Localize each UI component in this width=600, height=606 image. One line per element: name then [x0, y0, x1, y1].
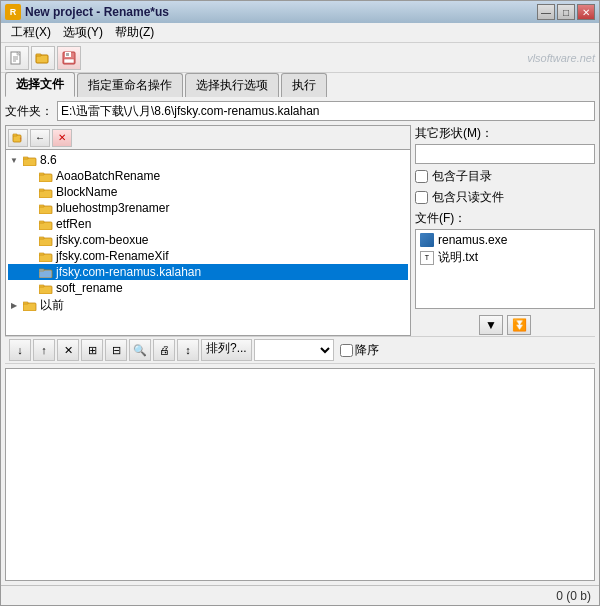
include-readonly-row: 包含只读文件	[415, 189, 595, 206]
toolbar-new-button[interactable]	[5, 46, 29, 70]
tree-node-label: 以前	[40, 297, 64, 314]
svg-rect-25	[39, 237, 44, 239]
title-bar: R New project - Rename*us — □ ✕	[1, 1, 599, 23]
tab-execution-options[interactable]: 选择执行选项	[185, 73, 279, 97]
menu-project[interactable]: 工程(X)	[5, 22, 57, 43]
maximize-button[interactable]: □	[557, 4, 575, 20]
down-arrow-btn[interactable]: ▼	[479, 315, 503, 335]
folder-icon	[38, 266, 54, 278]
tree-node[interactable]: jfsky.com-beoxue	[8, 232, 408, 248]
toolbar-save-button[interactable]	[57, 46, 81, 70]
title-bar-left: R New project - Rename*us	[5, 4, 169, 20]
folder-icon	[38, 234, 54, 246]
tree-delete-btn[interactable]: ✕	[52, 129, 72, 147]
btn-add-top[interactable]: ↑	[33, 339, 55, 361]
tab-rename-operation[interactable]: 指定重命名操作	[77, 73, 183, 97]
descending-checkbox[interactable]	[340, 344, 353, 357]
other-shapes-section: 其它形状(M)：	[415, 125, 595, 164]
menu-help[interactable]: 帮助(Z)	[109, 22, 160, 43]
left-panel: ↑ ← ✕ ▼ 8.6 AoaoBatchRename	[5, 125, 411, 336]
tree-node-label: jfsky.com-renamus.kalahan	[56, 265, 201, 279]
tree-up-btn[interactable]: ↑	[8, 129, 28, 147]
right-arrow-buttons: ▼ ⏬	[415, 313, 595, 336]
toolbar: vlsoftware.net	[1, 43, 599, 73]
tree-node[interactable]: etfRen	[8, 216, 408, 232]
tree-back-btn[interactable]: ←	[30, 129, 50, 147]
window-title: New project - Rename*us	[25, 5, 169, 19]
btn-print[interactable]: 🖨	[153, 339, 175, 361]
right-panel: 其它形状(M)： 包含子目录 包含只读文件 文件(F)： r	[415, 125, 595, 336]
tree-node-label: etfRen	[56, 217, 91, 231]
tree-expand-icon[interactable]	[24, 170, 36, 182]
folder-icon	[38, 186, 54, 198]
tree-expand-icon[interactable]	[24, 202, 36, 214]
file-name-txt: 说明.txt	[438, 249, 478, 266]
btn-search[interactable]: 🔍	[129, 339, 151, 361]
svg-rect-21	[39, 205, 44, 207]
tree-node[interactable]: jfsky.com-RenameXif	[8, 248, 408, 264]
include-readonly-checkbox[interactable]	[415, 191, 428, 204]
tree-expand-icon[interactable]: ▼	[8, 154, 20, 166]
sort-button[interactable]: 排列?...	[201, 339, 252, 361]
btn-remove[interactable]: ✕	[57, 339, 79, 361]
descending-label: 降序	[355, 342, 379, 359]
tree-node[interactable]: ▼ 8.6	[8, 152, 408, 168]
tree-expand-icon[interactable]	[24, 250, 36, 262]
folder-path-input[interactable]	[57, 101, 595, 121]
tree-node-label: jfsky.com-beoxue	[56, 233, 148, 247]
status-bar: 0 (0 b)	[1, 585, 599, 605]
tree-expand-icon[interactable]	[24, 218, 36, 230]
tree-node-label: AoaoBatchRename	[56, 169, 160, 183]
file-item-txt[interactable]: T 说明.txt	[418, 248, 592, 267]
sort-dropdown[interactable]	[254, 339, 334, 361]
svg-rect-31	[39, 285, 44, 287]
folder-icon	[22, 154, 38, 166]
other-shapes-input[interactable]	[415, 144, 595, 164]
tree-node[interactable]: jfsky.com-renamus.kalahan	[8, 264, 408, 280]
tree-node-label: BlockName	[56, 185, 117, 199]
files-list[interactable]: renamus.exe T 说明.txt	[415, 229, 595, 309]
tree-node-label: soft_rename	[56, 281, 123, 295]
tree-node[interactable]: BlockName	[8, 184, 408, 200]
svg-rect-9	[66, 53, 69, 56]
folder-icon	[38, 202, 54, 214]
tab-execute[interactable]: 执行	[281, 73, 327, 97]
tree-node[interactable]: bluehostmp3renamer	[8, 200, 408, 216]
svg-rect-10	[64, 59, 74, 63]
menu-options[interactable]: 选项(Y)	[57, 22, 109, 43]
tree-expand-icon[interactable]	[24, 186, 36, 198]
btn-add-bottom[interactable]: ↓	[9, 339, 31, 361]
svg-rect-23	[39, 221, 44, 223]
double-down-arrow-btn[interactable]: ⏬	[507, 315, 531, 335]
tab-select-files[interactable]: 选择文件	[5, 72, 75, 97]
order-checkbox-row: 降序	[340, 342, 379, 359]
tree-expand-icon[interactable]	[24, 266, 36, 278]
tree-node[interactable]: AoaoBatchRename	[8, 168, 408, 184]
minimize-button[interactable]: —	[537, 4, 555, 20]
tree-node[interactable]: ▶ 以前	[8, 296, 408, 315]
file-tree[interactable]: ▼ 8.6 AoaoBatchRename BlockName bluehost…	[5, 149, 411, 336]
btn-collapse[interactable]: ⊟	[105, 339, 127, 361]
btn-expand[interactable]: ⊞	[81, 339, 103, 361]
btn-sort-arrows[interactable]: ↕	[177, 339, 199, 361]
file-item-exe[interactable]: renamus.exe	[418, 232, 592, 248]
folder-icon	[38, 170, 54, 182]
toolbar-open-button[interactable]	[31, 46, 55, 70]
edit-area[interactable]	[5, 368, 595, 581]
txt-icon: T	[420, 251, 434, 265]
tree-node-label: 8.6	[40, 153, 57, 167]
tree-expand-icon[interactable]	[24, 234, 36, 246]
include-subdirs-row: 包含子目录	[415, 168, 595, 185]
tree-node[interactable]: soft_rename	[8, 280, 408, 296]
include-subdirs-checkbox[interactable]	[415, 170, 428, 183]
close-button[interactable]: ✕	[577, 4, 595, 20]
app-icon: R	[5, 4, 21, 20]
svg-rect-12	[13, 134, 17, 136]
tree-toolbar: ↑ ← ✕	[5, 125, 411, 149]
svg-text:↑: ↑	[19, 136, 22, 142]
bottom-toolbar: ↓ ↑ ✕ ⊞ ⊟ 🔍 🖨 ↕ 排列?... 降序	[5, 336, 595, 364]
include-subdirs-label: 包含子目录	[432, 168, 492, 185]
tree-expand-icon[interactable]	[24, 282, 36, 294]
tree-expand-icon[interactable]: ▶	[8, 300, 20, 312]
tree-node-label: jfsky.com-RenameXif	[56, 249, 168, 263]
